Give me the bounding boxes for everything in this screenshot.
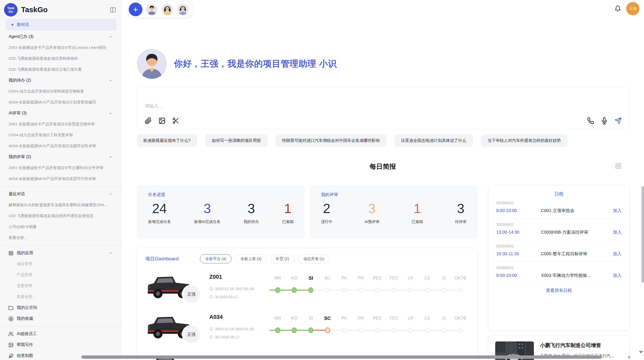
sidebar-collapse-icon[interactable]: [110, 7, 116, 13]
sidebar-item-project-management[interactable]: 项目管理: [0, 259, 121, 269]
sidebar-item-change-management[interactable]: 变更管理: [0, 280, 121, 291]
chat-input-box[interactable]: 请输入...: [137, 87, 630, 129]
conversation-item[interactable]: Z001-全新燃油轻卡产品开发项目SI节点属性5D文件评审: [0, 162, 121, 173]
attachment-icon[interactable]: [145, 117, 152, 124]
tab-new-body[interactable]: 全新上装 (3): [235, 254, 267, 263]
suggestion-chip[interactable]: 比亚迪全固态电池计划具体说了什么: [394, 134, 473, 147]
microphone-icon[interactable]: [601, 117, 608, 124]
conversation-item[interactable]: Z001-全新燃油轻卡产品开发项目SI造型提交物评审: [0, 119, 121, 130]
dashboard-title: 项目Dashboard: [145, 256, 179, 262]
milestone-label: MR: [269, 316, 286, 321]
milestone-labels: MR KO SI SC PA PR PEC FEC LR LS J1 OKTB: [269, 275, 469, 282]
conversation-item[interactable]: A034-全新新能源MUV产品开发项目造型可行性评审: [0, 173, 121, 184]
milestone-label: OKTB: [452, 316, 469, 321]
stat-value: 24: [148, 201, 171, 216]
conversation-item[interactable]: A034-全新新能源MUV产品开发项目计划变更表编写: [0, 97, 121, 108]
section-header-my-todo[interactable]: 我的待办 (2): [0, 75, 121, 86]
join-link[interactable]: 加入: [613, 273, 622, 278]
stat-label: AI预评审: [364, 219, 379, 224]
tab-model-year[interactable]: 年型 (2): [270, 254, 295, 263]
stat-my-todo: 3 我的待办: [244, 201, 259, 224]
conversation-item[interactable]: C02-飞腾新能源轻客改款项目的闭环通告反馈情况: [0, 211, 121, 221]
project-flag: SC-2025-05-17: [209, 335, 240, 339]
conversation-item[interactable]: C0X4-动力总成开发项目工程变更评审: [0, 130, 121, 141]
conversation-item[interactable]: C02-飞腾新能源轻客改款项目立项汇报方案: [0, 64, 121, 75]
conversation-item[interactable]: C0X4-动力总成开发项目SI里程碑提交物检查: [0, 86, 121, 97]
screenshot-scissors-icon[interactable]: [172, 117, 179, 124]
sidebar-item-my-cloud[interactable]: 我的云空间: [0, 302, 121, 313]
star-circle-icon: [8, 316, 13, 321]
suggestion-chip[interactable]: 如何写一份清晰的项目周报: [205, 134, 267, 147]
milestone-dot: [325, 288, 330, 292]
schedule-entry-row: 10:30-11:30 C005-整车工程目标评审 加入: [496, 251, 622, 257]
schedule-date: 2025/03/11: [496, 222, 622, 227]
avatar[interactable]: [146, 3, 158, 16]
scroll-down-arrow[interactable]: [639, 351, 643, 354]
vertical-scrollbar[interactable]: [641, 186, 644, 283]
sidebar-item-product-management[interactable]: 产品管理: [0, 269, 121, 280]
users-icon: [8, 332, 13, 337]
project-code: A034: [209, 314, 223, 320]
milestone-label: FEC: [386, 316, 402, 321]
join-link[interactable]: 加入: [613, 208, 622, 214]
clock-icon: [209, 287, 213, 291]
daily-briefing-header: 每日简报: [122, 162, 644, 171]
schedule-date: 2025/03/11: [496, 244, 622, 248]
conversation-item[interactable]: 解释最新出台的欧盟报废车法规再生塑料比例被调至15%...: [0, 200, 121, 211]
project-row[interactable]: 王强 A034 2023-12-19~2026-01-19 SC-2025-05…: [137, 309, 477, 349]
suggestion-chip[interactable]: 当下年轻人对汽车外观有怎样的喜好趋势: [481, 134, 567, 147]
conversation-item[interactable]: 公司Q3轻卡销量: [0, 221, 121, 232]
input-right-tools: [587, 117, 622, 124]
task-progress-stats: 24 新增完成任务 3 新增AI完成任务 3 我的待办 1 已逾期: [148, 201, 294, 224]
scroll-right-arrow[interactable]: [628, 355, 631, 359]
milestone-dot: [375, 328, 380, 333]
horizontal-scrollbar[interactable]: [81, 355, 602, 359]
schedule-entry: 2025/03/11 13:00-14:30 C003|H0B-方案冻结评审 加…: [496, 219, 622, 240]
conversation-item[interactable]: C02-飞腾新能源轻客改款项目里程碑画布: [0, 53, 121, 64]
send-icon[interactable]: [614, 117, 622, 124]
view-all-schedule-link[interactable]: 查看所有日程: [496, 283, 622, 293]
milestone-timeline: MR KO SI SC PA PR PEC FEC LR LS J1 OKTB: [269, 315, 469, 334]
sidebar-item-ai-super-staff[interactable]: AI超级员工: [0, 328, 121, 339]
conversation-item[interactable]: A034-全新新能源MUV产品开发项目法规符合性评审: [0, 141, 121, 152]
project-dashboard-card: 项目Dashboard 全新平台 (4) 全新上装 (3) 年型 (2) 动总开…: [137, 248, 478, 360]
sidebar-item-my-favorites[interactable]: 我的收藏: [0, 313, 121, 324]
section-header-ai-review[interactable]: AI评审 (3): [0, 108, 121, 119]
sidebar-item-help-me-write[interactable]: 帮我写作: [0, 339, 121, 350]
add-session-button[interactable]: +: [129, 3, 142, 16]
join-link[interactable]: 加入: [613, 229, 622, 235]
suggestion-chip[interactable]: 特朗普可能对进口汽车增税会对中国车企造成哪些影响: [275, 134, 386, 147]
section-header-agent-done[interactable]: Agent已办 (3): [0, 31, 121, 42]
sidebar-item-my-apps[interactable]: 我的应用: [0, 248, 121, 259]
project-row[interactable]: 王强 Z001 2023-12-19~2027-01-19 SI-2025-05…: [137, 268, 477, 309]
tab-powertrain[interactable]: 动总开发 (1): [298, 254, 330, 263]
image-upload-icon[interactable]: [158, 117, 166, 124]
view-all-chats-link[interactable]: 查看全部...: [0, 232, 121, 243]
milestone-dot: [342, 328, 346, 333]
sidebar: Task Go TaskGo + 新对话 Agent已办 (3) Z001-全新…: [0, 0, 122, 360]
tab-new-platform[interactable]: 全新平台 (4): [200, 254, 232, 263]
section-header-recent-chats[interactable]: 最近对话: [0, 189, 121, 200]
grid-icon: [8, 251, 13, 256]
new-chat-button[interactable]: + 新对话: [6, 19, 116, 30]
milestone-label: KO: [286, 276, 302, 281]
avatar[interactable]: [161, 3, 173, 16]
view-all-apps-link[interactable]: 查看全部...: [0, 291, 121, 302]
stat-label: 已逾期: [412, 219, 423, 224]
suggestion-chip[interactable]: 欧洲新规最近颁布了什么?: [137, 134, 197, 147]
section-label: 最近对话: [9, 191, 25, 197]
schedule-time: 9:00-10:00: [496, 208, 534, 213]
layout-grid-icon[interactable]: [615, 163, 622, 169]
clock-icon: [209, 327, 213, 331]
user-avatar[interactable]: 王强: [626, 2, 639, 15]
flag-icon: [209, 335, 213, 339]
notification-bell-icon[interactable]: [614, 5, 621, 12]
section-header-my-review[interactable]: 我的评审 (2): [0, 152, 121, 162]
phone-call-icon[interactable]: [587, 117, 594, 124]
stat-pending-review: 3 待评审: [455, 201, 466, 224]
conversation-item[interactable]: Z001-全新燃油皮卡产品开发项目SI节点Lesson Learn报告: [0, 42, 121, 53]
chat-input-placeholder[interactable]: 请输入...: [145, 103, 622, 109]
project-date-range: 2023-12-19~2026-01-19: [215, 327, 254, 331]
join-link[interactable]: 加入: [613, 251, 622, 257]
avatar[interactable]: [177, 3, 189, 16]
